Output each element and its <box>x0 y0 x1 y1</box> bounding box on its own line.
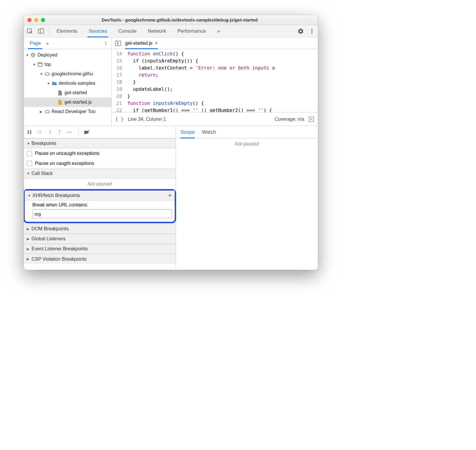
tree-label: devtools-samples <box>59 81 95 86</box>
close-window-button[interactable] <box>27 18 32 22</box>
tab-elements[interactable]: Elements <box>53 25 81 37</box>
tab-watch[interactable]: Watch <box>202 126 216 138</box>
inspect-icon[interactable] <box>26 28 33 35</box>
svg-rect-14 <box>28 130 29 134</box>
editor-status-bar: { } Line 34, Column 1 Coverage: n/a <box>112 112 318 126</box>
divider <box>49 28 49 35</box>
cloud-icon <box>44 109 50 114</box>
svg-point-20 <box>59 133 60 135</box>
tree-node-folder[interactable]: ▼ devtools-samples <box>24 79 111 88</box>
toggle-navigator-icon[interactable] <box>114 41 122 46</box>
tree-node-deployed[interactable]: ▼ Deployed <box>24 50 111 60</box>
section-event-listener-breakpoints[interactable]: ▶Event Listener Breakpoints <box>24 244 176 254</box>
svg-point-8 <box>105 44 106 45</box>
navigator-kebab-icon[interactable] <box>100 41 111 45</box>
editor-pane: get-started.js × 14 15 16 17 18 19 20 21… <box>112 37 318 112</box>
add-xhr-breakpoint-button[interactable]: + <box>168 192 172 199</box>
tab-network[interactable]: Network <box>144 25 170 37</box>
pause-caught-row[interactable]: Pause on caught exceptions <box>24 158 176 168</box>
tree-label: googlechrome.githu <box>52 71 93 77</box>
tab-scope[interactable]: Scope <box>181 126 195 138</box>
section-xhr-breakpoints[interactable]: ▼XHR/fetch Breakpoints+ <box>25 191 175 201</box>
section-dom-breakpoints[interactable]: ▶DOM Breakpoints <box>24 224 176 234</box>
pretty-print-icon[interactable]: { } <box>115 116 124 122</box>
folder-icon <box>52 81 57 86</box>
tree-node-file-html[interactable]: get-started <box>24 88 111 97</box>
tab-console[interactable]: Console <box>115 25 140 37</box>
svg-point-22 <box>67 132 68 133</box>
checkbox[interactable] <box>27 161 32 166</box>
tree-node-origin[interactable]: ▼ googlechrome.githu <box>24 69 111 79</box>
line-number: 22 <box>116 107 122 112</box>
cursor-position: Line 34, Column 1 <box>128 117 166 122</box>
tree-label: top <box>44 62 51 67</box>
tree-label: get-started.js <box>65 100 92 105</box>
section-breakpoints[interactable]: ▼Breakpoints <box>24 138 176 148</box>
svg-point-16 <box>39 133 40 134</box>
main-toolbar: Elements Sources Console Network Perform… <box>24 25 318 37</box>
devtools-window: DevTools - googlechrome.github.io/devtoo… <box>24 15 318 270</box>
section-callstack[interactable]: ▼Call Stack <box>24 168 176 178</box>
line-number: 18 <box>116 79 122 86</box>
step-over-icon[interactable] <box>37 130 43 135</box>
pause-uncaught-row[interactable]: Pause on uncaught exceptions <box>24 148 176 158</box>
tabs-overflow[interactable]: » <box>214 25 223 37</box>
svg-point-5 <box>311 32 313 34</box>
section-global-listeners[interactable]: ▶Global Listeners <box>24 234 176 244</box>
close-icon[interactable]: × <box>155 40 158 46</box>
xhr-breakpoints-highlight: ▼XHR/fetch Breakpoints+ Break when URL c… <box>24 189 176 223</box>
device-toggle-icon[interactable] <box>37 28 44 35</box>
section-label: DOM Breakpoints <box>32 226 69 231</box>
checkbox[interactable] <box>27 151 32 156</box>
file-tree: ▼ Deployed ▼ top ▼ googlechrome.githu ▼ <box>24 49 111 126</box>
line-number: 15 <box>116 57 122 64</box>
code-editor[interactable]: 14 15 16 17 18 19 20 21 22 function onCl… <box>112 49 318 112</box>
kebab-icon[interactable] <box>308 28 315 35</box>
step-icon[interactable] <box>67 130 73 134</box>
js-file-icon <box>57 100 63 105</box>
code-lines: function onClick() { if (inputsAreEmpty(… <box>125 49 275 112</box>
tree-node-extension[interactable]: ▶ React Developer Too <box>24 107 111 116</box>
section-label: Breakpoints <box>32 141 57 146</box>
svg-rect-2 <box>40 29 44 33</box>
tree-label: Deployed <box>37 52 57 58</box>
tab-sources[interactable]: Sources <box>85 25 110 37</box>
line-number: 21 <box>116 100 122 107</box>
section-label: Event Listener Breakpoints <box>32 246 88 252</box>
section-label: Global Listeners <box>32 236 66 241</box>
tab-performance[interactable]: Performance <box>174 25 209 37</box>
step-out-icon[interactable] <box>57 130 62 135</box>
tree-node-file-js[interactable]: get-started.js <box>24 97 111 107</box>
xhr-url-input[interactable] <box>32 209 172 218</box>
svg-point-7 <box>105 43 106 44</box>
navigator-tab-page[interactable]: Page <box>27 37 44 49</box>
zoom-window-button[interactable] <box>41 18 45 22</box>
section-csp-breakpoints[interactable]: ▶CSP Violation Breakpoints <box>24 254 176 264</box>
deactivate-breakpoints-icon[interactable] <box>84 130 90 135</box>
section-label: XHR/fetch Breakpoints <box>32 193 80 198</box>
svg-point-6 <box>105 41 106 42</box>
svg-point-4 <box>311 31 313 32</box>
svg-rect-11 <box>115 41 121 46</box>
window-icon <box>37 62 43 67</box>
minimize-window-button[interactable] <box>34 18 38 22</box>
scope-empty: Not paused <box>176 138 318 150</box>
tree-label: React Developer Too <box>52 109 95 114</box>
editor-tab[interactable]: get-started.js × <box>125 37 158 49</box>
debugger-pane: ▼Breakpoints Pause on uncaught exception… <box>24 126 318 270</box>
tree-label: get-started <box>65 90 87 95</box>
navigator-tabs-overflow[interactable]: » <box>44 41 51 46</box>
tree-node-top[interactable]: ▼ top <box>24 60 111 69</box>
xhr-input-label: Break when URL contains: <box>32 202 172 208</box>
scope-watch-tabs: Scope Watch <box>176 126 318 138</box>
document-icon <box>57 90 63 95</box>
editor-tab-label: get-started.js <box>125 41 152 46</box>
show-coverage-icon[interactable] <box>308 116 314 122</box>
line-number: 16 <box>116 64 122 72</box>
pause-icon[interactable] <box>27 130 32 135</box>
step-into-icon[interactable] <box>48 130 52 135</box>
cloud-icon <box>44 71 50 77</box>
gear-icon[interactable] <box>297 28 304 35</box>
debugger-toolbar <box>24 126 176 138</box>
svg-rect-15 <box>30 130 31 134</box>
